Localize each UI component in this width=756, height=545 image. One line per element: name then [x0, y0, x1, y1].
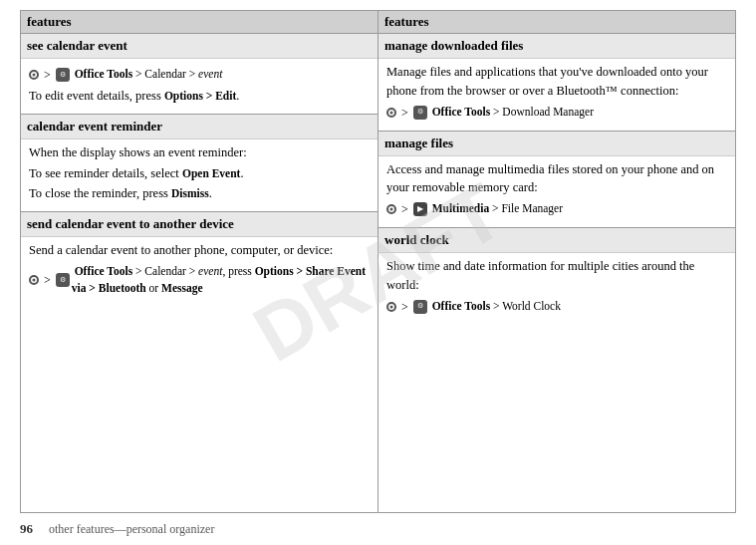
page-wrapper: DRAFT features see calendar event > ⚙ Of… [0, 0, 756, 545]
manage-files-title: manage files [378, 132, 735, 156]
footer-text: other features—personal organizer [49, 522, 214, 537]
arrow-sep: > [398, 298, 411, 316]
download-manager-nav: > ⚙ Office Tools > Download Manager [386, 104, 727, 122]
col2-header: features [378, 11, 735, 34]
calendar-reminder-section: calendar event reminder When the display… [21, 115, 378, 212]
see-calendar-event-section: see calendar event > ⚙ Office Tools > Ca… [21, 34, 378, 115]
col1-header: features [21, 11, 378, 34]
world-clock-intro: Show time and date information for multi… [386, 257, 727, 295]
world-clock-nav: > ⚙ Office Tools > World Clock [386, 298, 727, 316]
nav-text: Multimedia > File Manager [429, 200, 563, 217]
page-number: 96 [20, 521, 33, 537]
manage-downloads-intro: Manage files and applications that you'v… [386, 63, 727, 101]
footer: 96 other features—personal organizer [0, 513, 756, 545]
send-calendar-body: Send a calendar event to another phone, … [21, 237, 378, 306]
multimedia-icon: ▶ [413, 202, 427, 216]
world-clock-body: Show time and date information for multi… [378, 253, 735, 325]
calendar-reminder-title: calendar event reminder [21, 115, 378, 139]
bullet-dot-icon [386, 108, 396, 118]
edit-details-text: To edit event details, press Options > E… [29, 87, 370, 106]
manage-downloads-section: manage downloaded files Manage files and… [378, 34, 735, 132]
see-calendar-event-title: see calendar event [21, 34, 378, 59]
nav-text: Office Tools > Download Manager [429, 104, 594, 121]
gear-icon: ⚙ [56, 68, 70, 82]
arrow-sep: > [41, 271, 54, 289]
bullet-dot-icon [29, 275, 39, 285]
col-2: features manage downloaded files Manage … [378, 11, 735, 512]
bullet-dot-icon [29, 70, 39, 80]
manage-files-intro: Access and manage multimedia files store… [386, 160, 727, 198]
arrow-sep: > [398, 200, 411, 218]
reminder-close: To close the reminder, press Dismiss. [29, 184, 370, 203]
gear-icon: ⚙ [56, 273, 70, 287]
gear-icon: ⚙ [413, 300, 427, 314]
nav-text: Office Tools > World Clock [429, 298, 561, 315]
gear-icon: ⚙ [413, 106, 427, 120]
send-calendar-title: send calendar event to another device [21, 212, 378, 237]
file-manager-nav: > ▶ Multimedia > File Manager [386, 200, 727, 218]
main-content: features see calendar event > ⚙ Office T… [20, 10, 736, 513]
arrow-sep: > [41, 66, 54, 84]
manage-downloads-body: Manage files and applications that you'v… [378, 59, 735, 131]
send-calendar-section: send calendar event to another device Se… [21, 212, 378, 306]
manage-files-body: Access and manage multimedia files store… [378, 156, 735, 228]
manage-files-section: manage files Access and manage multimedi… [378, 132, 735, 229]
bullet-dot-icon [386, 302, 396, 312]
nav-text: Office Tools > Calendar > event [72, 66, 223, 83]
see-calendar-event-body: > ⚙ Office Tools > Calendar > event To e… [21, 59, 378, 114]
bullet-dot-icon [386, 204, 396, 214]
world-clock-title: world clock [378, 228, 735, 253]
see-calendar-nav: > ⚙ Office Tools > Calendar > event [29, 66, 370, 84]
reminder-intro: When the display shows an event reminder… [29, 143, 370, 162]
nav-text: Office Tools > Calendar > event, press O… [72, 263, 370, 298]
manage-downloads-title: manage downloaded files [378, 34, 735, 59]
send-calendar-nav: > ⚙ Office Tools > Calendar > event, pre… [29, 263, 370, 298]
arrow-sep: > [398, 104, 411, 122]
send-intro: Send a calendar event to another phone, … [29, 241, 370, 260]
col-1: features see calendar event > ⚙ Office T… [21, 11, 378, 512]
reminder-see-details: To see reminder details, select Open Eve… [29, 164, 370, 183]
world-clock-section: world clock Show time and date informati… [378, 228, 735, 325]
calendar-reminder-body: When the display shows an event reminder… [21, 139, 378, 211]
